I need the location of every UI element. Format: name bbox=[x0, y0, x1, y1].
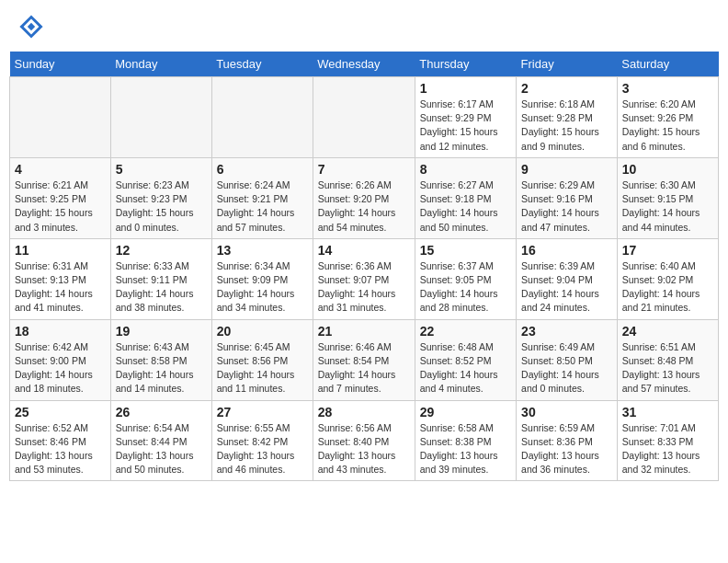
day-info: Sunrise: 6:49 AM Sunset: 8:50 PM Dayligh… bbox=[521, 340, 612, 396]
calendar-cell: 8Sunrise: 6:27 AM Sunset: 9:18 PM Daylig… bbox=[415, 157, 516, 238]
calendar-table: SundayMondayTuesdayWednesdayThursdayFrid… bbox=[9, 52, 719, 481]
day-number: 10 bbox=[622, 162, 713, 177]
day-info: Sunrise: 6:58 AM Sunset: 8:38 PM Dayligh… bbox=[420, 421, 511, 477]
day-number: 19 bbox=[116, 324, 207, 339]
day-number: 8 bbox=[420, 162, 511, 177]
day-info: Sunrise: 6:30 AM Sunset: 9:15 PM Dayligh… bbox=[622, 178, 713, 235]
calendar-cell: 6Sunrise: 6:24 AM Sunset: 9:21 PM Daylig… bbox=[211, 157, 313, 238]
calendar-cell: 9Sunrise: 6:29 AM Sunset: 9:16 PM Daylig… bbox=[517, 157, 618, 238]
day-number: 21 bbox=[318, 324, 410, 339]
day-info: Sunrise: 6:29 AM Sunset: 9:16 PM Dayligh… bbox=[521, 178, 612, 235]
weekday-header: Wednesday bbox=[313, 52, 415, 77]
day-info: Sunrise: 6:17 AM Sunset: 9:29 PM Dayligh… bbox=[420, 98, 511, 154]
calendar-cell: 20Sunrise: 6:45 AM Sunset: 8:56 PM Dayli… bbox=[211, 319, 313, 400]
day-info: Sunrise: 6:31 AM Sunset: 9:13 PM Dayligh… bbox=[15, 259, 106, 316]
calendar-cell: 22Sunrise: 6:48 AM Sunset: 8:52 PM Dayli… bbox=[415, 319, 516, 400]
calendar-week-row: 18Sunrise: 6:42 AM Sunset: 9:00 PM Dayli… bbox=[10, 319, 719, 400]
day-number: 11 bbox=[15, 243, 106, 258]
calendar-cell: 18Sunrise: 6:42 AM Sunset: 9:00 PM Dayli… bbox=[10, 319, 111, 400]
day-info: Sunrise: 6:48 AM Sunset: 8:52 PM Dayligh… bbox=[420, 340, 511, 396]
weekday-header: Tuesday bbox=[211, 52, 313, 77]
day-number: 22 bbox=[420, 324, 511, 339]
day-number: 14 bbox=[318, 243, 410, 258]
weekday-header: Thursday bbox=[415, 52, 516, 77]
day-number: 24 bbox=[622, 324, 713, 339]
calendar-week-row: 1Sunrise: 6:17 AM Sunset: 9:29 PM Daylig… bbox=[10, 77, 719, 158]
weekday-header: Monday bbox=[110, 52, 211, 77]
day-number: 9 bbox=[521, 162, 612, 177]
calendar-week-row: 25Sunrise: 6:52 AM Sunset: 8:46 PM Dayli… bbox=[10, 400, 719, 481]
day-info: Sunrise: 6:20 AM Sunset: 9:26 PM Dayligh… bbox=[622, 98, 713, 154]
day-info: Sunrise: 6:54 AM Sunset: 8:44 PM Dayligh… bbox=[116, 421, 207, 477]
day-number: 27 bbox=[217, 405, 308, 419]
day-number: 29 bbox=[420, 405, 511, 419]
calendar-cell: 31Sunrise: 7:01 AM Sunset: 8:33 PM Dayli… bbox=[617, 400, 718, 481]
calendar-cell: 23Sunrise: 6:49 AM Sunset: 8:50 PM Dayli… bbox=[517, 319, 618, 400]
day-info: Sunrise: 6:34 AM Sunset: 9:09 PM Dayligh… bbox=[217, 259, 308, 316]
day-number: 13 bbox=[217, 243, 308, 258]
calendar-cell: 11Sunrise: 6:31 AM Sunset: 9:13 PM Dayli… bbox=[10, 238, 111, 319]
calendar-cell: 27Sunrise: 6:55 AM Sunset: 8:42 PM Dayli… bbox=[211, 400, 313, 481]
weekday-header-row: SundayMondayTuesdayWednesdayThursdayFrid… bbox=[10, 52, 719, 77]
calendar-cell: 10Sunrise: 6:30 AM Sunset: 9:15 PM Dayli… bbox=[617, 157, 718, 238]
calendar-cell: 25Sunrise: 6:52 AM Sunset: 8:46 PM Dayli… bbox=[10, 400, 111, 481]
calendar-week-row: 4Sunrise: 6:21 AM Sunset: 9:25 PM Daylig… bbox=[10, 157, 719, 238]
calendar-cell bbox=[211, 77, 313, 158]
day-info: Sunrise: 6:52 AM Sunset: 8:46 PM Dayligh… bbox=[15, 421, 106, 477]
day-number: 30 bbox=[521, 405, 612, 419]
day-info: Sunrise: 6:27 AM Sunset: 9:18 PM Dayligh… bbox=[420, 178, 511, 235]
day-info: Sunrise: 6:21 AM Sunset: 9:25 PM Dayligh… bbox=[15, 178, 106, 235]
day-info: Sunrise: 6:56 AM Sunset: 8:40 PM Dayligh… bbox=[318, 421, 410, 477]
calendar-cell: 3Sunrise: 6:20 AM Sunset: 9:26 PM Daylig… bbox=[617, 77, 718, 158]
day-number: 12 bbox=[116, 243, 207, 258]
logo-icon bbox=[18, 14, 44, 40]
day-info: Sunrise: 6:59 AM Sunset: 8:36 PM Dayligh… bbox=[521, 421, 612, 477]
calendar-cell: 21Sunrise: 6:46 AM Sunset: 8:54 PM Dayli… bbox=[313, 319, 415, 400]
day-info: Sunrise: 6:18 AM Sunset: 9:28 PM Dayligh… bbox=[521, 98, 612, 154]
day-number: 7 bbox=[318, 162, 410, 177]
calendar-cell: 5Sunrise: 6:23 AM Sunset: 9:23 PM Daylig… bbox=[110, 157, 211, 238]
calendar-cell: 28Sunrise: 6:56 AM Sunset: 8:40 PM Dayli… bbox=[313, 400, 415, 481]
day-number: 23 bbox=[521, 324, 612, 339]
page-header bbox=[9, 9, 719, 44]
calendar-cell: 2Sunrise: 6:18 AM Sunset: 9:28 PM Daylig… bbox=[517, 77, 618, 158]
day-number: 26 bbox=[116, 405, 207, 419]
calendar-cell bbox=[313, 77, 415, 158]
day-number: 6 bbox=[217, 162, 308, 177]
day-number: 15 bbox=[420, 243, 511, 258]
calendar-cell: 16Sunrise: 6:39 AM Sunset: 9:04 PM Dayli… bbox=[517, 238, 618, 319]
day-number: 20 bbox=[217, 324, 308, 339]
day-info: Sunrise: 6:42 AM Sunset: 9:00 PM Dayligh… bbox=[15, 340, 106, 396]
calendar-cell: 1Sunrise: 6:17 AM Sunset: 9:29 PM Daylig… bbox=[415, 77, 516, 158]
calendar-cell: 26Sunrise: 6:54 AM Sunset: 8:44 PM Dayli… bbox=[110, 400, 211, 481]
calendar-cell bbox=[110, 77, 211, 158]
day-info: Sunrise: 6:55 AM Sunset: 8:42 PM Dayligh… bbox=[217, 421, 308, 477]
day-info: Sunrise: 6:51 AM Sunset: 8:48 PM Dayligh… bbox=[622, 340, 713, 396]
day-info: Sunrise: 6:26 AM Sunset: 9:20 PM Dayligh… bbox=[318, 178, 410, 235]
day-number: 28 bbox=[318, 405, 410, 419]
weekday-header: Sunday bbox=[10, 52, 111, 77]
weekday-header: Friday bbox=[517, 52, 618, 77]
day-info: Sunrise: 6:40 AM Sunset: 9:02 PM Dayligh… bbox=[622, 259, 713, 316]
day-info: Sunrise: 7:01 AM Sunset: 8:33 PM Dayligh… bbox=[622, 421, 713, 477]
logo bbox=[18, 14, 46, 40]
day-info: Sunrise: 6:43 AM Sunset: 8:58 PM Dayligh… bbox=[116, 340, 207, 396]
calendar-cell: 14Sunrise: 6:36 AM Sunset: 9:07 PM Dayli… bbox=[313, 238, 415, 319]
calendar-cell: 4Sunrise: 6:21 AM Sunset: 9:25 PM Daylig… bbox=[10, 157, 111, 238]
day-info: Sunrise: 6:37 AM Sunset: 9:05 PM Dayligh… bbox=[420, 259, 511, 316]
day-info: Sunrise: 6:39 AM Sunset: 9:04 PM Dayligh… bbox=[521, 259, 612, 316]
day-info: Sunrise: 6:24 AM Sunset: 9:21 PM Dayligh… bbox=[217, 178, 308, 235]
calendar-week-row: 11Sunrise: 6:31 AM Sunset: 9:13 PM Dayli… bbox=[10, 238, 719, 319]
calendar-cell bbox=[10, 77, 111, 158]
day-number: 18 bbox=[15, 324, 106, 339]
day-info: Sunrise: 6:45 AM Sunset: 8:56 PM Dayligh… bbox=[217, 340, 308, 396]
day-number: 1 bbox=[420, 81, 511, 96]
calendar-cell: 17Sunrise: 6:40 AM Sunset: 9:02 PM Dayli… bbox=[617, 238, 718, 319]
day-number: 31 bbox=[622, 405, 713, 419]
day-number: 3 bbox=[622, 81, 713, 96]
day-number: 25 bbox=[15, 405, 106, 419]
day-info: Sunrise: 6:36 AM Sunset: 9:07 PM Dayligh… bbox=[318, 259, 410, 316]
day-info: Sunrise: 6:46 AM Sunset: 8:54 PM Dayligh… bbox=[318, 340, 410, 396]
calendar-cell: 13Sunrise: 6:34 AM Sunset: 9:09 PM Dayli… bbox=[211, 238, 313, 319]
calendar-cell: 29Sunrise: 6:58 AM Sunset: 8:38 PM Dayli… bbox=[415, 400, 516, 481]
